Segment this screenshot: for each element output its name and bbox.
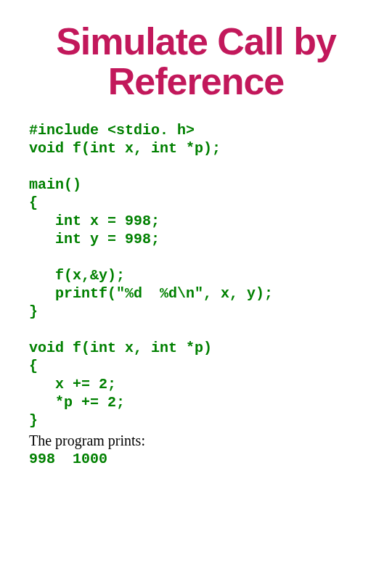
code-line: void f(int x, int *p) xyxy=(29,340,212,356)
program-output: 998 1000 xyxy=(29,451,363,467)
code-line: *p += 2; xyxy=(29,394,125,411)
code-line: int x = 998; xyxy=(29,213,160,229)
output-caption: The program prints: xyxy=(29,432,363,449)
code-line: x += 2; xyxy=(29,376,116,393)
code-line: f(x,&y); xyxy=(29,267,125,284)
code-line: void f(int x, int *p); xyxy=(29,140,221,157)
code-line: main() xyxy=(29,176,81,193)
code-line: { xyxy=(29,194,38,211)
code-line: } xyxy=(29,412,38,429)
slide-container: Simulate Call by Reference #include <std… xyxy=(0,0,392,482)
code-line: } xyxy=(29,303,38,320)
code-line: #include <stdio. h> xyxy=(29,122,195,139)
slide-title: Simulate Call by Reference xyxy=(29,22,363,101)
code-line: int y = 998; xyxy=(29,231,160,247)
code-block: #include <stdio. h> void f(int x, int *p… xyxy=(29,121,363,430)
code-line: printf("%d %d\n", x, y); xyxy=(29,285,273,302)
code-line: { xyxy=(29,358,38,374)
